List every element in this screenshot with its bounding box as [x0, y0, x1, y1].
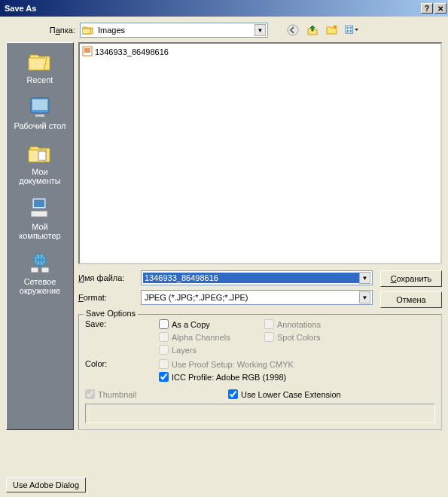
places-bar: Recent Рабочий стол Мои документы Мой ко…: [6, 42, 74, 430]
status-box: [85, 404, 435, 423]
recent-folder-icon: [28, 49, 52, 73]
place-label: Рабочий стол: [14, 121, 66, 130]
back-icon[interactable]: [286, 23, 300, 37]
titlebar: Save As ? ✕: [0, 0, 448, 17]
place-desktop[interactable]: Рабочий стол: [8, 93, 72, 132]
svg-rect-6: [350, 30, 352, 32]
filename-value: 1346933_86498616: [143, 273, 359, 283]
spot-colors-checkbox: Spot Colors: [264, 332, 321, 342]
svg-rect-11: [34, 200, 44, 207]
thumbnail-checkbox: Thumbnail: [85, 389, 228, 399]
save-section-label: Save:: [85, 319, 159, 328]
svg-rect-2: [346, 26, 353, 33]
new-folder-icon[interactable]: [325, 23, 339, 37]
svg-rect-12: [31, 211, 47, 217]
place-label: Мой компьютер: [10, 222, 70, 240]
svg-rect-8: [32, 99, 47, 110]
format-combo[interactable]: JPEG (*.JPG;*.JPEG;*.JPE) ▼: [141, 290, 373, 305]
format-label: Format:: [78, 293, 135, 302]
alpha-channels-checkbox: Alpha Channels: [159, 332, 264, 342]
svg-rect-14: [31, 267, 38, 273]
color-section-label: Color:: [85, 359, 159, 368]
image-file-icon: [82, 46, 93, 58]
layers-checkbox: Layers: [159, 345, 264, 355]
folder-label: Папка:: [45, 26, 75, 35]
filename-input[interactable]: 1346933_86498616 ▼: [141, 270, 373, 285]
help-button[interactable]: ?: [421, 3, 433, 14]
svg-rect-9: [38, 151, 46, 160]
format-value: JPEG (*.JPG;*.JPEG;*.JPE): [143, 292, 359, 303]
proof-setup-checkbox: Use Proof Setup: Working CMYK: [159, 359, 294, 369]
svg-rect-15: [41, 267, 49, 273]
place-recent[interactable]: Recent: [8, 47, 72, 86]
computer-icon: [28, 196, 52, 220]
desktop-icon: [28, 95, 52, 119]
window-title: Save As: [5, 4, 36, 13]
place-label: Recent: [27, 75, 53, 84]
chevron-down-icon[interactable]: ▼: [254, 24, 266, 36]
place-mycomputer[interactable]: Мой компьютер: [8, 194, 72, 242]
chevron-down-icon[interactable]: ▼: [359, 272, 370, 284]
svg-rect-17: [84, 48, 90, 53]
documents-folder-icon: [28, 141, 52, 165]
save-options-group: Save Options Save: As a Copy Alpha Chann…: [78, 314, 442, 430]
up-folder-icon[interactable]: [306, 23, 319, 37]
network-icon: [28, 251, 52, 275]
folder-combo[interactable]: Images ▼: [80, 23, 268, 38]
file-list[interactable]: 1346933_86498616: [78, 42, 442, 264]
cancel-button[interactable]: Отмена: [380, 291, 442, 308]
place-network[interactable]: Сетевое окружение: [8, 249, 72, 297]
close-button[interactable]: ✕: [434, 3, 446, 14]
as-copy-checkbox[interactable]: As a Copy: [159, 319, 264, 329]
place-label: Сетевое окружение: [10, 277, 70, 295]
svg-rect-4: [350, 27, 352, 29]
svg-rect-5: [346, 30, 348, 32]
open-folder-icon: [82, 25, 94, 35]
view-menu-icon[interactable]: [345, 23, 358, 37]
filename-label: Имя файла:: [78, 273, 135, 282]
annotations-checkbox: Annotations: [264, 319, 321, 329]
save-options-legend: Save Options: [84, 309, 138, 318]
place-label: Мои документы: [10, 167, 70, 185]
use-adobe-dialog-button[interactable]: Use Adobe Dialog: [6, 477, 86, 492]
icc-profile-checkbox[interactable]: ICC Profile: Adobe RGB (1998): [159, 372, 294, 382]
lowercase-ext-checkbox[interactable]: Use Lower Case Extension: [228, 389, 341, 399]
place-mydocs[interactable]: Мои документы: [8, 139, 72, 187]
svg-point-0: [288, 25, 298, 35]
file-name: 1346933_86498616: [95, 47, 169, 56]
chevron-down-icon[interactable]: ▼: [359, 291, 370, 303]
svg-rect-3: [346, 27, 348, 29]
list-item[interactable]: 1346933_86498616: [81, 45, 439, 59]
save-button[interactable]: Сохранить: [380, 270, 442, 287]
folder-combo-text: Images: [96, 26, 254, 35]
